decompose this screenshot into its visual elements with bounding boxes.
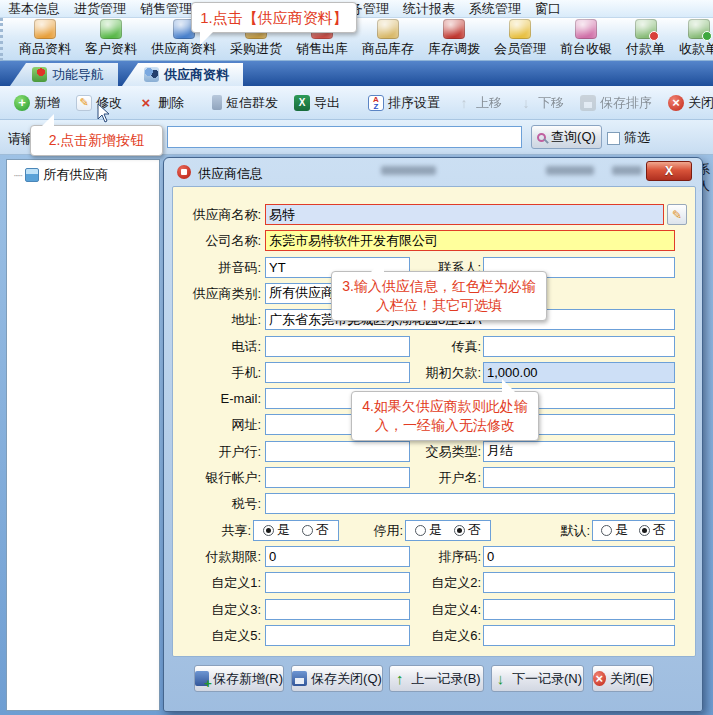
save-close-button[interactable]: 保存关闭(Q) [291, 665, 383, 692]
field-row: 开户行:交易类型: [173, 441, 697, 463]
field-input[interactable] [265, 204, 664, 225]
radio-option[interactable]: 否 [454, 521, 481, 539]
close-tab-button[interactable]: 关闭 [662, 91, 713, 115]
field-input[interactable] [483, 572, 675, 593]
edit-field-button[interactable] [667, 204, 687, 225]
radio-option[interactable]: 否 [639, 521, 666, 539]
dialog-button-row: 保存新增(R)保存关闭(Q)上一记录(B)下一记录(N)关闭(E) [172, 663, 696, 697]
field-input[interactable] [483, 467, 675, 488]
field-row: 电话:传真: [173, 336, 697, 358]
save-order-button: 保存排序 [574, 91, 658, 115]
radio-option[interactable]: 是 [601, 521, 628, 539]
field-label: 公司名称: [173, 230, 261, 251]
close-x-glyph: X [665, 164, 673, 178]
delete-button[interactable]: 删除 [132, 91, 190, 115]
field-input[interactable] [265, 230, 675, 251]
close-button[interactable]: 关闭(E) [592, 665, 654, 692]
menu-item-right-1[interactable]: 统计报表 [403, 0, 455, 18]
receipt-button[interactable]: 收款单 [673, 18, 713, 60]
tab-supplier-data[interactable]: 供应商资料 [122, 63, 243, 86]
sms-icon [212, 95, 222, 110]
sms-button[interactable]: 短信群发 [206, 91, 284, 115]
tutorial-callout-3: 3.输入供应信息，红色栏为必输入栏位！其它可选填 [331, 271, 547, 321]
toolbar-item-label: 保存排序 [600, 94, 652, 112]
field-label: 地址: [173, 309, 261, 330]
dialog-titlebar[interactable]: 供应商信息 X [164, 158, 702, 186]
menu-item-right-3[interactable]: 窗口 [535, 0, 561, 18]
blurred-background [612, 166, 642, 175]
stock-icon [377, 19, 399, 39]
field-input[interactable] [265, 625, 410, 646]
button-label: 保存关闭(Q) [311, 670, 382, 688]
query-button[interactable]: 查询(Q) [531, 125, 602, 149]
transfer-button[interactable]: 库存调拨 [422, 18, 486, 60]
next-record-icon [493, 671, 508, 686]
toolbar-item-label: 付款单 [626, 40, 665, 58]
field-input[interactable] [265, 546, 410, 567]
field-input[interactable] [483, 441, 675, 462]
radio-option[interactable]: 否 [302, 521, 329, 539]
field-input[interactable] [265, 572, 410, 593]
magnifier-icon [537, 133, 546, 142]
field-input[interactable] [483, 546, 675, 567]
button-label: 关闭(E) [610, 670, 653, 688]
navigation-icon [32, 67, 47, 82]
badge-icon [702, 31, 712, 41]
field-input[interactable] [483, 625, 675, 646]
radio-selected-icon [454, 525, 465, 536]
payment-button[interactable]: 付款单 [620, 18, 671, 60]
menu-item-1[interactable]: 进货管理 [74, 0, 126, 18]
field-input[interactable] [265, 599, 410, 620]
filter-checkbox[interactable] [607, 132, 620, 145]
dialog-title-icon [177, 165, 191, 179]
customer-button[interactable]: 客户资料 [79, 18, 143, 60]
toolbar-item-label: 下移 [538, 94, 564, 112]
prev-record-button[interactable]: 上一记录(B) [389, 665, 484, 692]
filter-label: 筛选 [624, 129, 650, 147]
radio-selected-icon [263, 525, 274, 536]
menu-item-2[interactable]: 销售管理 [140, 0, 192, 18]
add-button[interactable]: 新增 [8, 91, 66, 115]
export-button[interactable]: 导出 [288, 91, 346, 115]
next-record-button[interactable]: 下一记录(N) [491, 665, 584, 692]
field-row: 共享:是否停用:是否默认:是否 [173, 520, 697, 542]
radio-group-label: 停用: [333, 520, 403, 541]
radio-option-label: 否 [468, 521, 481, 539]
menu-item-0[interactable]: 基本信息 [8, 0, 60, 18]
product-button[interactable]: 商品资料 [13, 18, 77, 60]
radio-option[interactable]: 是 [263, 521, 290, 539]
save-add-button[interactable]: 保存新增(R) [194, 665, 284, 692]
menu-item-right-2[interactable]: 系统管理 [469, 0, 521, 18]
tab-label: 功能导航 [52, 66, 104, 84]
field-label: 交易类型: [413, 441, 481, 462]
field-input[interactable] [265, 467, 410, 488]
toolbar-item-label: 关闭 [688, 94, 713, 112]
field-input[interactable] [265, 493, 675, 514]
field-input[interactable] [265, 362, 410, 383]
field-input[interactable] [265, 336, 410, 357]
tutorial-callout-1: 1.点击【供应商资料】 [191, 2, 357, 33]
tab-navigation[interactable]: 功能导航 [10, 63, 118, 86]
field-label: 手机: [173, 362, 261, 383]
field-label: 排序码: [413, 546, 481, 567]
member-button[interactable]: 会员管理 [488, 18, 552, 60]
member-icon [509, 19, 531, 39]
tree-item-all-suppliers[interactable]: ····· 所有供应商 [7, 160, 159, 184]
dialog-close-button[interactable]: X [646, 161, 692, 181]
toolbar-item-label: 销售出库 [296, 40, 348, 58]
radio-option[interactable]: 是 [415, 521, 442, 539]
field-label: 电话: [173, 336, 261, 357]
field-input[interactable] [265, 441, 410, 462]
field-label: 拼音码: [173, 257, 261, 278]
search-input[interactable] [167, 126, 522, 148]
field-input[interactable] [483, 599, 675, 620]
field-row: 银行帐户:开户名: [173, 467, 697, 489]
toolbar-item-label: 导出 [314, 94, 340, 112]
cashier-button[interactable]: 前台收银 [554, 18, 618, 60]
stock-button[interactable]: 商品库存 [356, 18, 420, 60]
field-row: 自定义3:自定义4: [173, 599, 697, 621]
sort-settings-button[interactable]: 排序设置 [362, 91, 446, 115]
toolbar-item-label: 收款单 [679, 40, 713, 58]
field-input[interactable] [483, 336, 675, 357]
move-up-button: 上移 [450, 91, 508, 115]
